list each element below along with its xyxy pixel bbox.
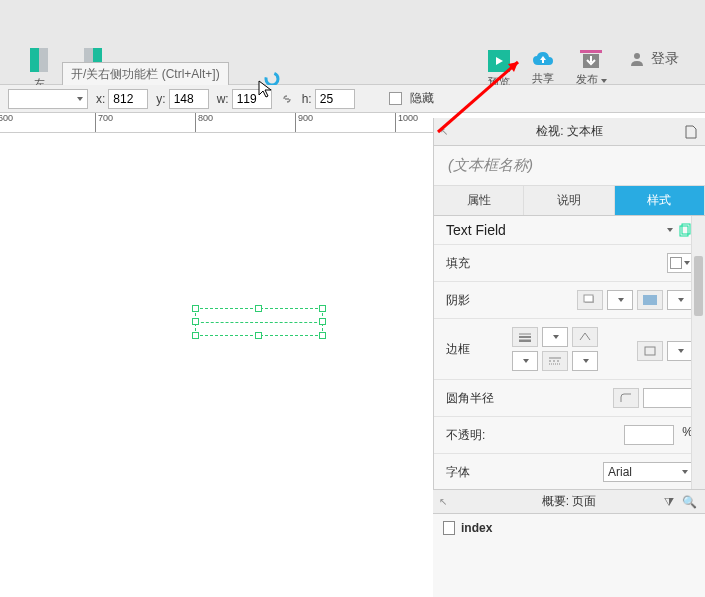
- resize-handle[interactable]: [319, 332, 326, 339]
- resize-handle[interactable]: [192, 332, 199, 339]
- tab-style[interactable]: 样式: [615, 186, 705, 215]
- search-icon[interactable]: 🔍: [682, 495, 697, 509]
- x-input[interactable]: [108, 89, 148, 109]
- svg-rect-8: [584, 295, 593, 302]
- outer-shadow-button[interactable]: [577, 290, 603, 310]
- login-button[interactable]: 登录: [629, 50, 679, 68]
- svg-rect-15: [645, 347, 655, 355]
- resize-handle[interactable]: [319, 305, 326, 312]
- tab-properties[interactable]: 属性: [434, 186, 524, 215]
- resize-arrow-icon[interactable]: ↖: [440, 126, 448, 137]
- cloud-icon: [532, 52, 554, 68]
- share-button[interactable]: 共享: [532, 50, 554, 86]
- style-preset-select[interactable]: [8, 89, 88, 109]
- link-wh-icon[interactable]: [280, 92, 294, 106]
- border-style-button[interactable]: [542, 351, 568, 371]
- resize-handle[interactable]: [255, 305, 262, 312]
- inspector-header: ↖ 检视: 文本框: [434, 118, 705, 146]
- border-visibility-button[interactable]: [637, 341, 663, 361]
- resize-arrow-icon[interactable]: ↖: [439, 496, 447, 507]
- tooltip: 开/关右侧功能栏 (Ctrl+Alt+]): [62, 62, 229, 87]
- resize-handle[interactable]: [192, 318, 199, 325]
- inner-shadow-color[interactable]: [667, 290, 693, 310]
- border-width-button[interactable]: [512, 327, 538, 347]
- page-icon: [443, 521, 455, 535]
- inspector-panel: ↖ 检视: 文本框 (文本框名称) 属性 说明 样式 Text Field 填充…: [433, 118, 705, 597]
- outline-panel: ↖ 概要: 页面 ⧩ 🔍 index (文本框): [433, 489, 705, 597]
- widget-name-input[interactable]: (文本框名称): [434, 146, 705, 186]
- scroll-thumb[interactable]: [694, 256, 703, 316]
- top-toolbar: 左 右 开/关右侧功能栏 (Ctrl+Alt+]) 预览 共享: [0, 0, 705, 85]
- resize-handle[interactable]: [319, 318, 326, 325]
- border-width-select[interactable]: [542, 327, 568, 347]
- publish-button[interactable]: 发布: [576, 50, 607, 87]
- shadow-label: 阴影: [446, 292, 502, 309]
- download-icon: [580, 50, 602, 69]
- svg-point-2: [634, 53, 640, 59]
- preview-button[interactable]: 预览: [488, 50, 510, 90]
- inner-shadow-button[interactable]: [637, 290, 663, 310]
- resize-handle[interactable]: [255, 332, 262, 339]
- fill-color-swatch[interactable]: [667, 253, 693, 273]
- border-style-select[interactable]: [572, 351, 598, 371]
- border-color-select[interactable]: [512, 351, 538, 371]
- property-bar: x: y: w: h: 隐藏: [0, 85, 705, 113]
- cursor-icon: [258, 80, 274, 103]
- play-icon: [488, 50, 510, 72]
- radius-label: 圆角半径: [446, 390, 502, 407]
- inspector-tabs: 属性 说明 样式: [434, 186, 705, 216]
- w-label: w:: [217, 92, 229, 106]
- hidden-checkbox[interactable]: [389, 92, 402, 105]
- border-label: 边框: [446, 341, 502, 358]
- tab-notes[interactable]: 说明: [524, 186, 614, 215]
- border-color-button[interactable]: [572, 327, 598, 347]
- font-label: 字体: [446, 464, 502, 481]
- h-input[interactable]: [315, 89, 355, 109]
- chevron-down-icon[interactable]: [667, 228, 673, 232]
- page-icon[interactable]: [685, 125, 697, 139]
- panel-left-icon: [30, 48, 48, 72]
- filter-icon[interactable]: ⧩: [664, 495, 674, 509]
- resize-handle[interactable]: [192, 305, 199, 312]
- canvas[interactable]: [0, 133, 433, 597]
- user-icon: [629, 51, 645, 67]
- border-visibility-select[interactable]: [667, 341, 693, 361]
- fill-label: 填充: [446, 255, 502, 272]
- x-label: x:: [96, 92, 105, 106]
- opacity-label: 不透明:: [446, 427, 502, 444]
- radius-button[interactable]: [613, 388, 639, 408]
- y-input[interactable]: [169, 89, 209, 109]
- widget-type-label: Text Field: [446, 222, 667, 238]
- opacity-input[interactable]: [624, 425, 674, 445]
- h-label: h:: [302, 92, 312, 106]
- hidden-label: 隐藏: [410, 90, 434, 107]
- selected-textfield[interactable]: [195, 308, 323, 336]
- y-label: y:: [156, 92, 165, 106]
- outline-tree: index (文本框): [433, 514, 705, 542]
- font-select[interactable]: Arial: [603, 462, 693, 482]
- outline-header: ↖ 概要: 页面 ⧩ 🔍: [433, 490, 705, 514]
- tree-page-row[interactable]: index: [433, 518, 705, 538]
- outer-shadow-color[interactable]: [607, 290, 633, 310]
- radius-input[interactable]: [643, 388, 693, 408]
